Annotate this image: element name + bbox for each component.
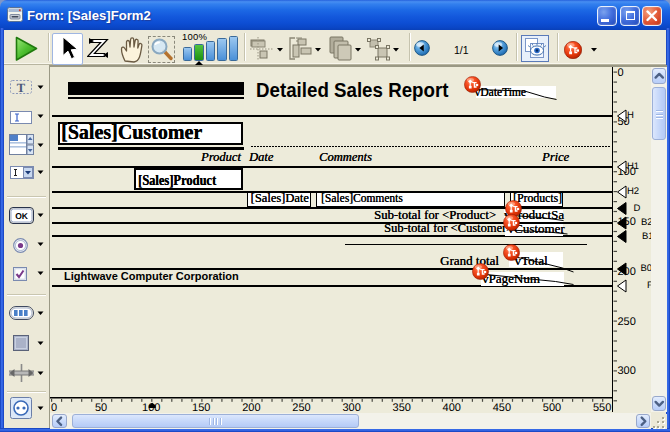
svg-text:300: 300: [342, 402, 360, 414]
svg-text:250: 250: [292, 402, 310, 414]
svg-text:OK: OK: [15, 211, 29, 221]
svg-text:H1: H1: [627, 161, 639, 172]
svg-text:T: T: [17, 81, 26, 95]
svg-text:0: 0: [617, 67, 623, 79]
svg-text:150: 150: [192, 402, 210, 414]
svg-text:550: 550: [592, 402, 610, 414]
svg-text:H2: H2: [627, 186, 639, 197]
svg-text:250: 250: [617, 315, 635, 327]
svg-text:H: H: [627, 110, 634, 121]
svg-text:D: D: [633, 202, 640, 213]
svg-text:450: 450: [492, 402, 510, 414]
svg-text:50: 50: [94, 402, 106, 414]
svg-text:500: 500: [542, 402, 560, 414]
svg-text:350: 350: [392, 402, 410, 414]
svg-text:0: 0: [50, 402, 56, 414]
svg-text:400: 400: [442, 402, 460, 414]
svg-text:200: 200: [242, 402, 260, 414]
svg-text:300: 300: [617, 365, 635, 377]
